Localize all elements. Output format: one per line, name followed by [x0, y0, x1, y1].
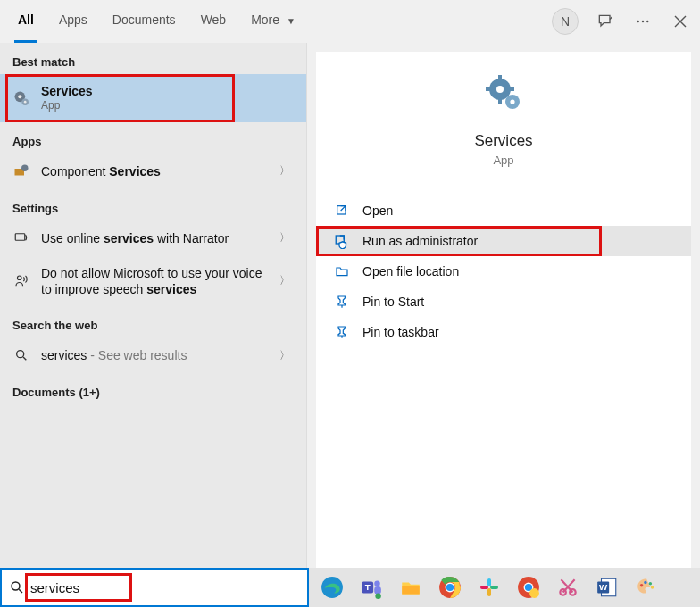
result-label: services - See web results — [41, 348, 187, 362]
tab-all[interactable]: All — [16, 0, 36, 43]
paint-icon[interactable] — [632, 573, 661, 602]
taskbar: T — [309, 568, 700, 607]
feedback-icon[interactable] — [595, 11, 616, 32]
svg-point-6 — [24, 101, 27, 104]
svg-point-11 — [17, 351, 24, 358]
chevron-right-icon: 〉 — [276, 230, 294, 245]
svg-point-47 — [644, 581, 646, 584]
result-label: Use online services with Narrator — [41, 231, 229, 245]
svg-point-49 — [651, 586, 654, 588]
svg-rect-17 — [509, 87, 514, 91]
action-pin-to-taskbar[interactable]: Pin to taskbar — [316, 317, 691, 347]
tab-documents[interactable]: Documents — [111, 0, 178, 43]
svg-text:T: T — [365, 582, 371, 592]
snip-icon[interactable] — [554, 573, 582, 602]
section-apps: Apps — [0, 122, 306, 154]
svg-rect-33 — [488, 578, 491, 586]
folder-icon — [334, 263, 350, 279]
svg-point-2 — [646, 21, 648, 22]
svg-point-26 — [374, 580, 380, 586]
svg-rect-35 — [488, 588, 491, 596]
best-match-result[interactable]: Services App — [0, 74, 306, 122]
svg-rect-16 — [486, 87, 491, 91]
search-input[interactable] — [27, 575, 300, 601]
svg-point-0 — [638, 21, 639, 22]
component-services-icon — [12, 162, 30, 180]
result-web-search[interactable]: services - See web results 〉 — [0, 337, 306, 373]
services-app-icon — [482, 73, 525, 116]
svg-point-8 — [21, 164, 29, 171]
user-avatar[interactable]: N — [552, 8, 579, 35]
svg-point-46 — [640, 584, 643, 586]
chevron-right-icon: 〉 — [276, 348, 294, 363]
svg-point-32 — [446, 584, 454, 591]
chrome-icon[interactable] — [436, 573, 464, 602]
results-column: Best match Services App Apps Component S… — [0, 43, 307, 568]
detail-subtitle: App — [316, 154, 691, 167]
result-app-component-services[interactable]: Component Services 〉 — [0, 154, 306, 189]
chevron-right-icon: 〉 — [276, 273, 294, 288]
teams-icon[interactable]: T — [357, 573, 386, 602]
svg-point-1 — [642, 21, 644, 22]
narrator-icon — [12, 229, 30, 247]
action-label: Run as administrator — [362, 234, 478, 248]
action-label: Pin to taskbar — [362, 325, 439, 339]
section-settings: Settings — [0, 189, 306, 220]
svg-rect-14 — [498, 75, 502, 80]
svg-point-48 — [649, 582, 652, 585]
chrome-canary-icon[interactable] — [514, 573, 543, 602]
more-options-icon[interactable] — [632, 11, 654, 32]
search-icon — [9, 579, 27, 595]
best-match-title: Services — [41, 83, 294, 99]
section-documents: Documents (1+) — [0, 373, 306, 404]
action-pin-to-start[interactable]: Pin to Start — [316, 287, 691, 317]
explorer-icon[interactable] — [396, 573, 425, 602]
svg-rect-29 — [402, 586, 420, 595]
slack-icon[interactable] — [475, 573, 504, 602]
scope-tabs: All Apps Documents Web More ▼ — [16, 0, 297, 43]
tab-web[interactable]: Web — [199, 0, 229, 43]
best-match-text: Services App — [41, 83, 294, 113]
tab-apps[interactable]: Apps — [57, 0, 89, 43]
result-setting-speech-services[interactable]: Do not allow Microsoft to use your voice… — [0, 256, 306, 306]
svg-rect-36 — [480, 586, 488, 589]
word-icon[interactable]: W — [593, 573, 621, 602]
open-icon — [334, 203, 350, 219]
svg-text:W: W — [599, 582, 608, 592]
section-best-match: Best match — [0, 43, 306, 74]
svg-rect-34 — [490, 586, 498, 589]
result-label: Component Services — [41, 164, 161, 179]
svg-point-40 — [529, 588, 539, 598]
edge-icon[interactable] — [318, 573, 346, 602]
close-button[interactable] — [670, 11, 691, 32]
pin-icon — [334, 294, 350, 310]
result-setting-narrator-services[interactable]: Use online services with Narrator 〉 — [0, 220, 306, 256]
best-match-subtitle: App — [41, 99, 294, 113]
result-label: Do not allow Microsoft to use your voice… — [41, 266, 262, 296]
action-open[interactable]: Open — [316, 195, 691, 226]
svg-point-28 — [375, 594, 381, 600]
admin-shield-icon — [334, 233, 350, 249]
svg-rect-9 — [15, 234, 25, 241]
svg-point-22 — [12, 582, 20, 590]
action-label: Pin to Start — [362, 295, 424, 309]
action-label: Open — [362, 204, 393, 218]
search-box[interactable] — [0, 568, 309, 607]
tab-more[interactable]: More ▼ — [249, 0, 297, 43]
detail-header: Services App — [316, 73, 691, 167]
detail-actions: Open Run as administrator Open file loca… — [316, 195, 691, 347]
pin-icon — [334, 324, 350, 340]
svg-rect-27 — [374, 586, 381, 595]
svg-point-13 — [496, 86, 504, 93]
title-actions: N — [552, 8, 691, 35]
speech-icon — [12, 272, 30, 290]
details-pane: Services App Open Run as administrator — [316, 52, 691, 568]
svg-point-19 — [510, 99, 514, 104]
titlebar: All Apps Documents Web More ▼ N — [0, 0, 700, 43]
action-open-file-location[interactable]: Open file location — [316, 256, 691, 287]
svg-rect-15 — [498, 98, 502, 104]
gear-icon — [12, 89, 30, 107]
action-run-as-admin[interactable]: Run as administrator — [316, 226, 691, 256]
svg-point-10 — [18, 276, 22, 280]
chevron-right-icon: 〉 — [276, 163, 294, 179]
